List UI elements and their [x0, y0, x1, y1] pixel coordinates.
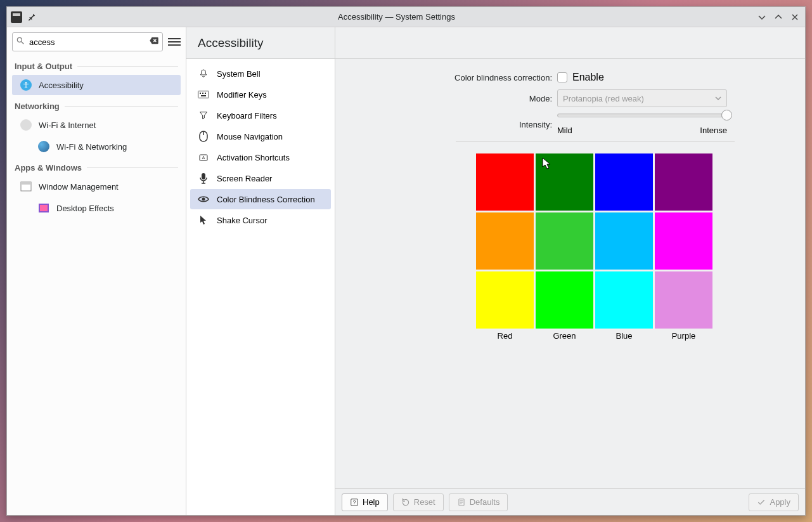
subnav: Accessibility System BellModifier KeysKe… [186, 27, 335, 515]
color-swatch [595, 212, 653, 270]
subnav-item-color-blindness-correction[interactable]: Color Blindness Correction [190, 189, 331, 209]
maximize-button[interactable] [773, 12, 783, 22]
window-title: Accessibility — System Settings [36, 12, 757, 22]
sidebar-item-wi-fi-internet[interactable]: Wi-Fi & Internet [12, 115, 181, 135]
keyboard-icon [198, 89, 209, 100]
minimize-button[interactable] [757, 12, 767, 22]
apply-button[interactable]: Apply [749, 493, 799, 511]
intensity-min-label: Mild [557, 126, 572, 135]
pointer-icon [198, 214, 209, 226]
color-swatch [476, 271, 534, 329]
color-column-label: Red [476, 331, 534, 341]
svg-rect-11 [201, 95, 206, 96]
intensity-label: Intensity: [354, 120, 557, 129]
color-column-label: Purple [655, 331, 712, 341]
separator [456, 141, 735, 142]
slider-thumb[interactable] [721, 110, 732, 121]
svg-text:?: ? [353, 499, 356, 505]
enable-checkbox[interactable] [557, 72, 567, 82]
pin-icon[interactable] [27, 13, 36, 22]
subnav-item-label: Color Blindness Correction [217, 195, 315, 204]
clear-search-icon[interactable] [149, 36, 159, 48]
sidebar-item-label: Wi-Fi & Networking [56, 142, 127, 152]
color-labels-row: RedGreenBluePurple [476, 331, 786, 341]
enable-label: Color blindness correction: [354, 73, 557, 82]
sidebar: Input & OutputAccessibilityNetworkingWi-… [7, 27, 186, 515]
subnav-item-keyboard-filters[interactable]: Keyboard Filters [190, 105, 331, 126]
color-swatch [476, 212, 534, 270]
color-swatch [655, 153, 712, 211]
color-column-label: Green [536, 331, 593, 341]
svg-rect-6 [40, 205, 48, 211]
globe-icon [37, 140, 50, 153]
subnav-item-activation-shortcuts[interactable]: AActivation Shortcuts [190, 147, 331, 167]
hamburger-menu-icon[interactable] [168, 36, 181, 48]
svg-point-17 [202, 198, 205, 201]
settings-window: Accessibility — System Settings [6, 6, 806, 516]
app-icon [11, 11, 22, 23]
svg-point-2 [25, 82, 27, 84]
color-swatch [595, 153, 653, 211]
mode-select[interactable]: Protanopia (red weak) [557, 89, 727, 107]
help-button[interactable]: ? Help [342, 493, 388, 511]
subnav-item-shake-cursor[interactable]: Shake Cursor [190, 210, 331, 230]
effects-icon [37, 202, 50, 214]
search-icon [16, 36, 25, 48]
main-content: Color blindness correction: Enable Mode:… [335, 27, 805, 515]
subnav-item-label: Mouse Navigation [217, 132, 283, 141]
sidebar-item-label: Desktop Effects [56, 204, 114, 213]
close-button[interactable] [790, 12, 800, 22]
svg-point-0 [17, 37, 22, 42]
subnav-item-label: Shake Cursor [217, 216, 267, 225]
svg-rect-7 [198, 91, 209, 98]
color-swatch [655, 271, 712, 329]
subnav-item-label: Activation Shortcuts [217, 153, 290, 162]
enable-checkbox-text: Enable [572, 72, 604, 83]
color-swatch [655, 212, 712, 270]
subnav-item-label: Keyboard Filters [217, 111, 277, 121]
subnav-item-system-bell[interactable]: System Bell [190, 63, 331, 84]
section-title: Input & Output [7, 56, 186, 74]
sidebar-item-accessibility[interactable]: Accessibility [12, 75, 181, 95]
sidebar-item-desktop-effects[interactable]: Desktop Effects [12, 198, 181, 218]
color-swatch [595, 271, 653, 329]
mic-icon [198, 173, 209, 184]
chevron-down-icon [715, 94, 721, 103]
reset-button[interactable]: Reset [393, 493, 444, 511]
sidebar-item-label: Accessibility [39, 81, 84, 90]
svg-rect-9 [202, 93, 203, 94]
svg-text:A: A [202, 155, 205, 160]
bell-icon [198, 68, 209, 79]
subnav-item-modifier-keys[interactable]: Modifier Keys [190, 84, 331, 105]
sidebar-item-wi-fi-networking[interactable]: Wi-Fi & Networking [12, 136, 181, 157]
mouse-icon [198, 131, 209, 142]
window-icon [20, 180, 32, 193]
subnav-item-screen-reader[interactable]: Screen Reader [190, 168, 331, 188]
wifi-icon [20, 119, 32, 131]
titlebar: Accessibility — System Settings [7, 7, 805, 27]
sidebar-item-label: Window Management [39, 182, 119, 192]
svg-rect-10 [205, 93, 206, 94]
svg-rect-16 [202, 173, 205, 179]
mode-select-value: Protanopia (red weak) [563, 94, 644, 103]
subnav-item-label: Screen Reader [217, 174, 272, 183]
color-swatch [476, 153, 534, 211]
search-input[interactable] [12, 32, 163, 51]
color-swatch [536, 271, 593, 329]
color-swatch [536, 212, 593, 270]
defaults-button[interactable]: Defaults [449, 493, 508, 511]
page-title: Accessibility [198, 36, 263, 50]
svg-line-1 [22, 42, 24, 44]
svg-rect-4 [21, 182, 31, 185]
sidebar-item-label: Wi-Fi & Internet [39, 121, 96, 130]
page-header: Accessibility [186, 27, 335, 59]
color-swatch [536, 153, 593, 211]
footer-bar: ? Help Reset Defaults Apply [335, 488, 805, 515]
intensity-max-label: Intense [700, 126, 727, 135]
shortcut-icon: A [198, 152, 209, 163]
sidebar-item-window-management[interactable]: Window Management [12, 176, 181, 197]
intensity-slider[interactable] [557, 114, 727, 117]
accessibility-icon [20, 79, 32, 91]
svg-rect-8 [200, 93, 201, 94]
subnav-item-mouse-navigation[interactable]: Mouse Navigation [190, 126, 331, 147]
